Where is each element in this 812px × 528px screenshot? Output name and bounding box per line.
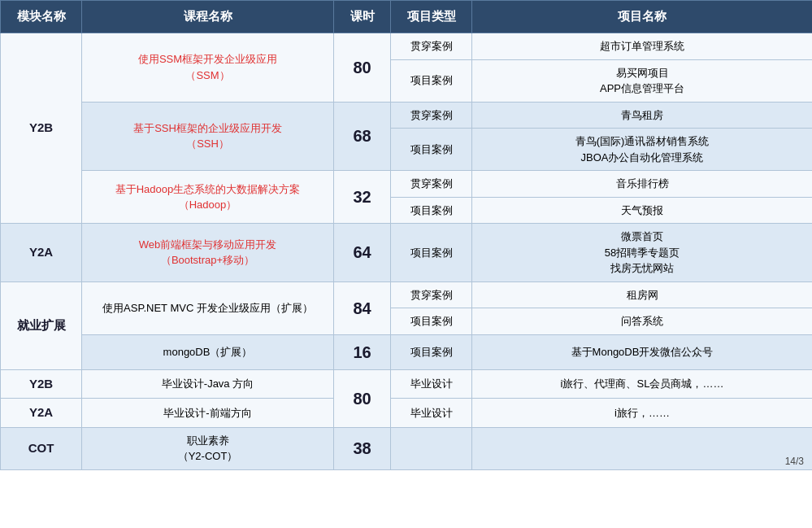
module-cell: Y2B (1, 33, 82, 224)
table-row: Y2B使用SSM框架开发企业级应用（SSM）80贯穿案例超市订单管理系统 (1, 33, 813, 60)
table-row: Y2AWeb前端框架与移动应用开发（Bootstrap+移动）64项目案例微票首… (1, 224, 813, 282)
table-row: 基于SSH框架的企业级应用开发（SSH）68贯穿案例青鸟租房 (1, 102, 813, 129)
hours-cell: 16 (334, 334, 391, 369)
hours-cell: 32 (334, 171, 391, 224)
pname-cell: 微票首页58招聘季专题页找房无忧网站 (472, 224, 813, 282)
hours-cell: 38 (334, 427, 391, 469)
ptype-cell: 贯穿案例 (391, 171, 472, 198)
header-row: 模块名称 课程名称 课时 项目类型 项目名称 (1, 1, 813, 33)
ptype-cell: 项目案例 (391, 59, 472, 102)
module-cell: COT (1, 427, 82, 469)
ptype-cell: 项目案例 (391, 197, 472, 224)
ptype-cell: 项目案例 (391, 334, 472, 369)
hours-cell: 68 (334, 102, 391, 171)
table-wrapper: 模块名称 课程名称 课时 项目类型 项目名称 Y2B使用SSM框架开发企业级应用… (0, 0, 812, 470)
pname-cell (472, 427, 813, 469)
module-cell: Y2B (1, 369, 82, 399)
pname-cell: i旅行，…… (472, 399, 813, 428)
course-cell: mongoDB（扩展） (82, 334, 334, 369)
hours-cell: 80 (334, 369, 391, 427)
pname-cell: 超市订单管理系统 (472, 33, 813, 60)
ptype-cell: 贯穿案例 (391, 33, 472, 60)
module-cell: Y2A (1, 224, 82, 282)
pname-cell: 青鸟租房 (472, 102, 813, 129)
course-cell: 基于Hadoop生态系统的大数据解决方案（Hadoop） (82, 171, 334, 224)
ptype-cell: 项目案例 (391, 224, 472, 282)
ptype-cell: 贯穿案例 (391, 281, 472, 308)
hours-cell: 84 (334, 281, 391, 334)
table-row: Y2B毕业设计-Java 方向80毕业设计i旅行、代理商、SL会员商城，…… (1, 369, 813, 399)
course-cell: 毕业设计-前端方向 (82, 399, 334, 428)
ptype-cell: 毕业设计 (391, 399, 472, 428)
table-row: mongoDB（扩展）16项目案例基于MongoDB开发微信公众号 (1, 334, 813, 369)
hours-cell: 64 (334, 224, 391, 282)
pname-cell: 天气预报 (472, 197, 813, 224)
course-cell: 职业素养（Y2-COT） (82, 427, 334, 469)
table-row: Y2A毕业设计-前端方向毕业设计i旅行，…… (1, 399, 813, 428)
pname-cell: 租房网 (472, 281, 813, 308)
main-table: 模块名称 课程名称 课时 项目类型 项目名称 Y2B使用SSM框架开发企业级应用… (0, 0, 812, 470)
pname-cell: 问答系统 (472, 308, 813, 335)
col-header-pname: 项目名称 (472, 1, 813, 33)
table-row: COT职业素养（Y2-COT）38 (1, 427, 813, 469)
module-cell: Y2A (1, 399, 82, 428)
pname-cell: 基于MongoDB开发微信公众号 (472, 334, 813, 369)
table-row: 就业扩展使用ASP.NET MVC 开发企业级应用（扩展）84贯穿案例租房网 (1, 281, 813, 308)
hours-cell: 80 (334, 33, 391, 103)
col-header-hours: 课时 (334, 1, 391, 33)
ptype-cell: 项目案例 (391, 308, 472, 335)
col-header-module: 模块名称 (1, 1, 82, 33)
page-number: 14/3 (785, 456, 804, 467)
ptype-cell: 毕业设计 (391, 369, 472, 399)
course-cell: 基于SSH框架的企业级应用开发（SSH） (82, 102, 334, 171)
module-cell: 就业扩展 (1, 281, 82, 369)
course-cell: Web前端框架与移动应用开发（Bootstrap+移动） (82, 224, 334, 282)
pname-cell: i旅行、代理商、SL会员商城，…… (472, 369, 813, 399)
course-cell: 使用SSM框架开发企业级应用（SSM） (82, 33, 334, 103)
ptype-cell: 贯穿案例 (391, 102, 472, 129)
col-header-course: 课程名称 (82, 1, 334, 33)
pname-cell: 易买网项目APP信息管理平台 (472, 59, 813, 102)
pname-cell: 音乐排行榜 (472, 171, 813, 198)
course-cell: 使用ASP.NET MVC 开发企业级应用（扩展） (82, 281, 334, 334)
col-header-ptype: 项目类型 (391, 1, 472, 33)
ptype-cell: 项目案例 (391, 129, 472, 171)
pname-cell: 青鸟(国际)通讯器材销售系统JBOA办公自动化管理系统 (472, 129, 813, 171)
course-cell: 毕业设计-Java 方向 (82, 369, 334, 399)
table-row: 基于Hadoop生态系统的大数据解决方案（Hadoop）32贯穿案例音乐排行榜 (1, 171, 813, 198)
table-body: Y2B使用SSM框架开发企业级应用（SSM）80贯穿案例超市订单管理系统项目案例… (1, 33, 813, 470)
ptype-cell (391, 427, 472, 469)
